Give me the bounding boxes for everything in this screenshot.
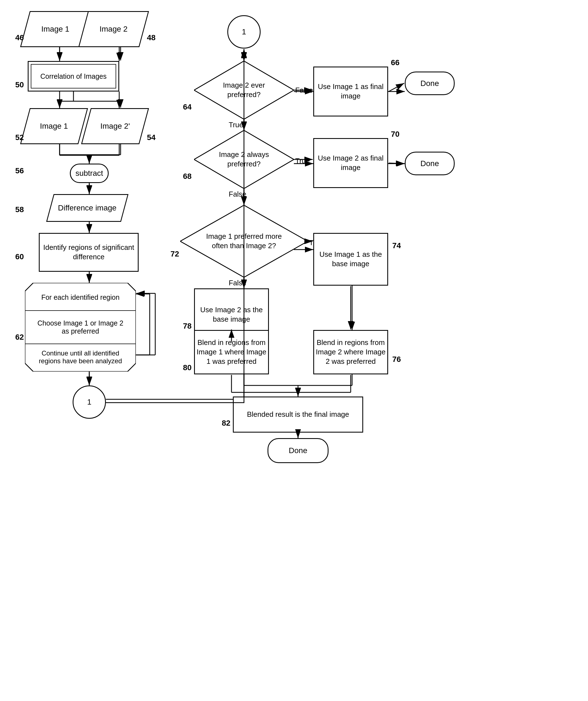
image2-top: Image 2 [78,11,149,47]
label-70: 70 [391,130,399,139]
diamond1-label: Image 2 ever preferred? [211,72,277,108]
image2-mid: Image 2' [81,108,149,144]
label-66: 66 [391,58,399,67]
diamond2-true-label: True [295,157,310,165]
label-52: 52 [15,133,24,142]
label-68: 68 [183,172,192,181]
continue-label: Continue until all identified regions ha… [35,345,126,369]
label-76: 76 [392,355,401,364]
diamond2-false-label: False [229,190,247,199]
diamond2-container: Image 2 always preferred? [194,130,294,189]
diamond1-true-label: True [229,121,243,129]
diamond2-label: Image 2 always preferred? [211,140,277,179]
label-60: 60 [15,252,24,261]
blend-img1: Blend in regions from Image 1 where Imag… [194,330,269,374]
correlation-outer: Correlation of Images [28,61,119,91]
label-46: 46 [15,33,24,42]
identify-regions: Identify regions of significant differen… [39,233,138,272]
label-74: 74 [392,241,401,250]
label-58: 58 [15,205,24,214]
diamond1-container: Image 2 ever preferred? [194,61,294,119]
label-78: 78 [183,322,192,330]
done2-oval: Done [405,152,455,175]
loop-container: For each identified region Choose Image … [25,283,136,372]
circle1-top: 1 [227,15,261,48]
choose-label: Choose Image 1 or Image 2 as preferred [35,312,126,342]
diamond3-label: Image 1 preferred more often than Image … [200,219,288,263]
label-72: 72 [171,250,179,258]
use-img1-final: Use Image 1 as final image [313,66,388,116]
subtract-circle: subtract [70,164,109,183]
diamond1-false-label: False [295,86,313,94]
image1-mid: Image 1 [20,108,88,144]
correlation-inner: Correlation of Images [31,64,116,88]
label-80: 80 [183,363,192,372]
use-img1-base: Use Image 1 as the base image [313,233,388,286]
label-54: 54 [147,133,156,142]
difference-image: Difference image [46,194,128,222]
label-56: 56 [15,166,24,175]
diamond3-false-label: False [229,279,247,287]
blend-img2: Blend in regions from Image 2 where Imag… [313,330,388,374]
svg-line-62 [389,83,404,91]
circle1-bottom: 1 [73,386,106,419]
diamond3-container: Image 1 preferred more often than Image … [180,205,308,277]
label-50: 50 [15,80,24,89]
label-82: 82 [222,419,230,428]
label-64: 64 [183,102,192,111]
svg-line-65 [389,163,404,164]
label-48: 48 [147,33,156,42]
done3-oval: Done [268,438,328,463]
blended-result: Blended result is the final image [233,397,363,433]
for-each-label: For each identified region [35,286,126,309]
label-62: 62 [15,333,24,341]
use-img2-final: Use Image 2 as final image [313,138,388,188]
done1-oval: Done [405,71,455,95]
